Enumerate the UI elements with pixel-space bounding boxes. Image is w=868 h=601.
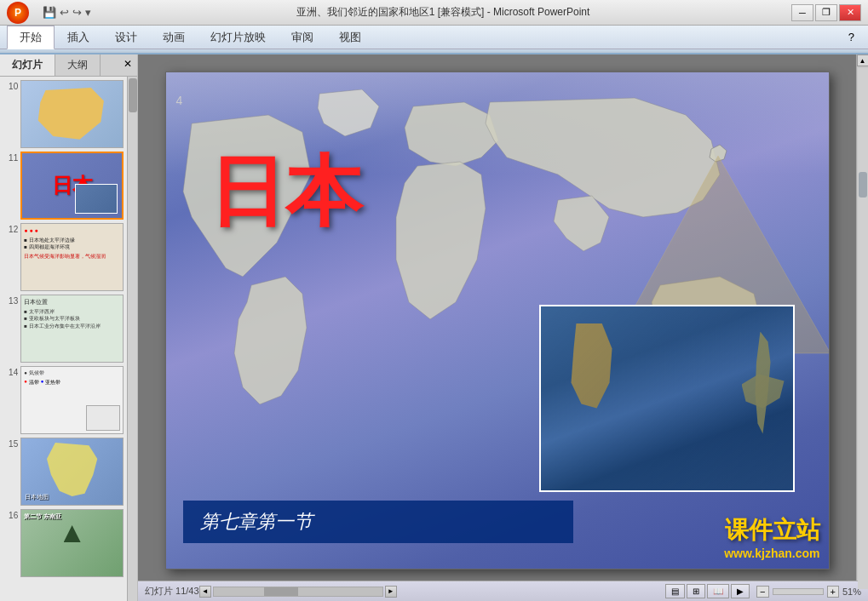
sidebar: 幻灯片 大纲 ✕ 10 11 [0,54,138,601]
slide-item-15[interactable]: 15 日本地图 [3,438,124,506]
scroll-indicator: ◄ ► [199,586,397,598]
sidebar-scroll-thumb[interactable] [129,78,137,112]
tab-slideshow[interactable]: 幻灯片放映 [198,26,279,49]
content-wrapper: 4 日本 第七章第一节 [138,54,856,601]
slide-item-11[interactable]: 11 日本 [3,152,124,220]
close-button[interactable]: ✕ [839,4,861,21]
scroll-up-button[interactable]: ▲ [857,54,869,66]
tab-review[interactable]: 审阅 [279,26,326,49]
thumb-world-map [75,184,118,214]
slide-sorter-button[interactable]: ⊞ [687,584,705,598]
slide-thumb-10[interactable] [20,80,124,148]
ribbon-tabs: 开始 插入 设计 动画 幻灯片放映 审阅 视图 ? [0,26,868,49]
slide-thumb-11[interactable]: 日本 [20,152,124,220]
minimize-button[interactable]: ─ [791,4,813,21]
slide-view-area: 4 日本 第七章第一节 [138,54,856,601]
dropdown-icon[interactable]: ▾ [85,6,91,19]
view-buttons: ▤ ⊞ 📖 ▶ [665,584,750,598]
window-title: 亚洲、我们邻近的国家和地区1 [兼容模式] - Microsoft PowerP… [95,5,791,20]
zoom-control: − + 51% [756,586,861,598]
undo-icon[interactable]: ↩ [60,6,69,19]
save-icon[interactable]: 💾 [43,6,56,19]
scroll-left-button[interactable]: ◄ [199,586,211,598]
logo-text: P [14,7,21,19]
tab-outline[interactable]: 大纲 [55,54,101,76]
slide-item-13[interactable]: 13 日本位置 ■ 太平洋西岸 ■ 亚欧板块与太平洋板块 ■ 日本工业分布集中在… [3,295,124,363]
slide-number-12: 12 [3,225,18,234]
sidebar-close-button[interactable]: ✕ [118,54,137,76]
title-bar-left: P 💾 ↩ ↪ ▾ [7,2,95,24]
window-controls: ─ ❐ ✕ [791,4,861,21]
slides-panel: 10 11 日本 [0,77,127,601]
slide-container[interactable]: 4 日本 第七章第一节 [165,72,830,570]
ribbon-toolbar-area [0,49,868,53]
slide-number-14: 14 [3,368,18,377]
zoom-slider[interactable] [773,588,824,595]
zoom-out-button[interactable]: − [756,586,768,598]
japan-title: 日本 [209,140,362,244]
status-bar: 幻灯片 11/43 ◄ ► ▤ ⊞ 📖 ▶ − + [138,581,868,601]
scroll-right-button[interactable]: ► [385,586,397,598]
slideshow-button[interactable]: ▶ [731,584,750,598]
slide-page-number: 4 [176,94,183,107]
quick-access-toolbar: 💾 ↩ ↪ ▾ [39,4,95,20]
slide-count-label: 幻灯片 11/43 [145,585,199,598]
slide-number-11: 11 [3,153,18,163]
scroll-track[interactable] [858,68,868,589]
tab-insert[interactable]: 插入 [55,26,102,49]
tab-view[interactable]: 视图 [326,26,374,49]
watermark-line2: www.kjzhan.com [724,547,819,560]
slide-number-10: 10 [3,82,18,91]
reading-view-button[interactable]: 📖 [707,584,729,598]
slide-thumb-16[interactable]: 第二节 东南亚 [20,509,124,577]
redo-icon[interactable]: ↪ [72,6,82,19]
slide-thumb-13[interactable]: 日本位置 ■ 太平洋西岸 ■ 亚欧板块与太平洋板块 ■ 日本工业分布集中在太平洋… [20,295,124,363]
slide-item-10[interactable]: 10 [3,80,124,148]
inset-satellite-map [539,305,795,492]
app-logo: P [7,2,29,24]
slide-number-13: 13 [3,296,18,306]
slide-thumb-15[interactable]: 日本地图 [20,438,124,506]
sidebar-tabs: 幻灯片 大纲 ✕ [0,54,137,77]
slide-item-14[interactable]: 14 ● 気候带 ●温带 ●亚热带 [3,366,124,434]
main-area: 幻灯片 大纲 ✕ 10 11 [0,54,868,601]
status-right: ▤ ⊞ 📖 ▶ − + 51% [665,584,861,598]
chapter-label: 第七章第一节 [183,501,573,543]
slide-item-12[interactable]: 12 ● ● ● ■ 日本地处太平洋边缘 ■ 四周都是海洋环境 日本气候受海洋影… [3,223,124,291]
scroll-thumb[interactable] [264,587,298,596]
normal-view-button[interactable]: ▤ [665,584,685,598]
title-bar: P 💾 ↩ ↪ ▾ 亚洲、我们邻近的国家和地区1 [兼容模式] - Micros… [0,0,868,26]
slide-thumb-12[interactable]: ● ● ● ■ 日本地处太平洋边缘 ■ 四周都是海洋环境 日本气候受海洋影响显著… [20,223,124,291]
slide-item-16[interactable]: 16 第二节 东南亚 [3,509,124,577]
help-button[interactable]: ? [842,27,861,47]
scroll-track[interactable] [213,587,383,597]
sidebar-scrollbar[interactable] [127,77,137,601]
tab-slides[interactable]: 幻灯片 [0,54,55,76]
right-scrollbar[interactable]: ▲ ▼ [856,54,868,601]
slide-thumb-14[interactable]: ● 気候带 ●温带 ●亚热带 [20,366,124,434]
restore-button[interactable]: ❐ [815,4,837,21]
tab-design[interactable]: 设计 [102,26,150,49]
watermark-line1: 课件立站 [724,514,819,547]
slide-number-15: 15 [3,439,18,449]
status-left: 幻灯片 11/43 [145,585,199,598]
tab-start[interactable]: 开始 [7,26,55,49]
zoom-in-button[interactable]: + [827,586,839,598]
tab-animation[interactable]: 动画 [150,26,198,49]
scroll-thumb[interactable] [859,172,867,197]
slide-number-16: 16 [3,511,18,520]
watermark: 课件立站 www.kjzhan.com [724,514,819,560]
ribbon: 开始 插入 设计 动画 幻灯片放映 审阅 视图 ? [0,26,868,54]
